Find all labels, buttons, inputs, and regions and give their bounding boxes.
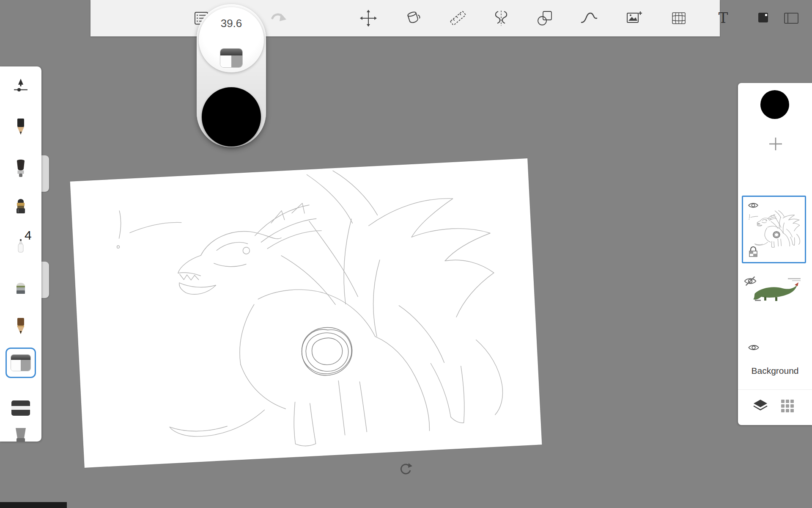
rotate-icon: [398, 462, 413, 476]
bottom-bar: [0, 502, 67, 508]
layer-2-visibility-off-icon[interactable]: [743, 274, 757, 288]
brush-settings-tool[interactable]: [0, 72, 41, 99]
text-tool-glyph: T: [719, 9, 728, 26]
smudge-tool[interactable]: [0, 422, 41, 442]
guides-button[interactable]: [446, 6, 470, 30]
smudge-icon: [11, 425, 31, 442]
layer-2-thumbnail[interactable]: [742, 275, 806, 304]
color-swatch-button[interactable]: [752, 6, 776, 30]
layer-1-visibility-icon[interactable]: [746, 199, 760, 211]
redo-button[interactable]: [266, 6, 290, 30]
symmetry-icon: [491, 8, 511, 28]
canvas-rotate-control[interactable]: [398, 462, 413, 476]
transform-button[interactable]: [357, 6, 380, 30]
panel-handle-bottom[interactable]: [41, 262, 49, 298]
color-puck[interactable]: [202, 87, 261, 146]
add-layer-button[interactable]: [766, 135, 785, 153]
import-image-button[interactable]: [623, 6, 646, 30]
layout-icon: [781, 8, 801, 28]
fill-bucket-icon: [403, 8, 423, 28]
eraser-tool-selected[interactable]: [5, 348, 36, 378]
brush-settings-icon: [11, 75, 31, 96]
brush-size-puck[interactable]: 39.6: [199, 7, 264, 72]
drawing-canvas[interactable]: [70, 158, 542, 468]
text-tool-icon: T: [713, 8, 733, 28]
plus-icon: [766, 135, 785, 153]
eraser-icon: [11, 354, 31, 371]
grid-view-button[interactable]: [778, 396, 796, 415]
transparency-lock-icon[interactable]: [747, 244, 760, 259]
marker-tool[interactable]: [0, 234, 41, 261]
layout-button[interactable]: [779, 6, 803, 30]
paintbrush-icon: [11, 158, 31, 179]
stroke-curve-icon: [579, 8, 599, 28]
chisel-marker-tool[interactable]: [0, 274, 41, 301]
color-swatch-icon: [754, 8, 774, 28]
shapes-icon: [535, 8, 555, 28]
panel-handle-top[interactable]: [41, 155, 49, 192]
grid-icon: [778, 396, 796, 415]
shapes-button[interactable]: [533, 6, 557, 30]
layer-options-button[interactable]: [751, 396, 770, 415]
airbrush-tool[interactable]: [0, 194, 41, 221]
hard-eraser-tool[interactable]: [0, 395, 41, 422]
brush-library-panel: 4: [0, 66, 41, 442]
symmetry-button[interactable]: [489, 6, 513, 30]
text-tool-button[interactable]: T: [711, 6, 735, 30]
paintbrush-tool[interactable]: [0, 155, 41, 182]
stroke-button[interactable]: [577, 6, 601, 30]
brush-puck: 39.6: [197, 4, 266, 147]
colored-pencil-tool[interactable]: [0, 313, 41, 340]
transform-icon: [358, 8, 379, 28]
top-toolbar: T: [91, 0, 720, 36]
background-layer-label: Background: [738, 366, 812, 376]
redo-icon: [268, 8, 288, 28]
pencil-icon: [11, 117, 31, 137]
layers-panel: Background: [738, 83, 812, 425]
ruler-icon: [448, 8, 468, 28]
chisel-marker-icon: [11, 278, 31, 298]
layers-footer: [738, 389, 812, 425]
background-visibility-icon[interactable]: [746, 341, 761, 355]
brush-size-value: 39.6: [199, 17, 264, 30]
fill-button[interactable]: [401, 6, 425, 30]
perspective-grid-icon: [669, 8, 689, 28]
import-image-icon: [624, 8, 645, 28]
layers-stack-icon: [751, 396, 770, 415]
layer-1-thumbnail[interactable]: [742, 196, 806, 263]
hard-eraser-icon: [11, 400, 30, 416]
sketch-app: T 39.6: [0, 0, 812, 508]
colored-pencil-icon: [11, 316, 31, 337]
marker-count-badge: 4: [25, 228, 32, 243]
pencil-tool[interactable]: [0, 113, 41, 141]
dragon-sketch: [70, 158, 542, 468]
current-color-swatch[interactable]: [760, 90, 789, 119]
airbrush-icon: [11, 197, 31, 218]
perspective-button[interactable]: [667, 6, 691, 30]
active-tool-eraser-icon: [220, 48, 243, 68]
